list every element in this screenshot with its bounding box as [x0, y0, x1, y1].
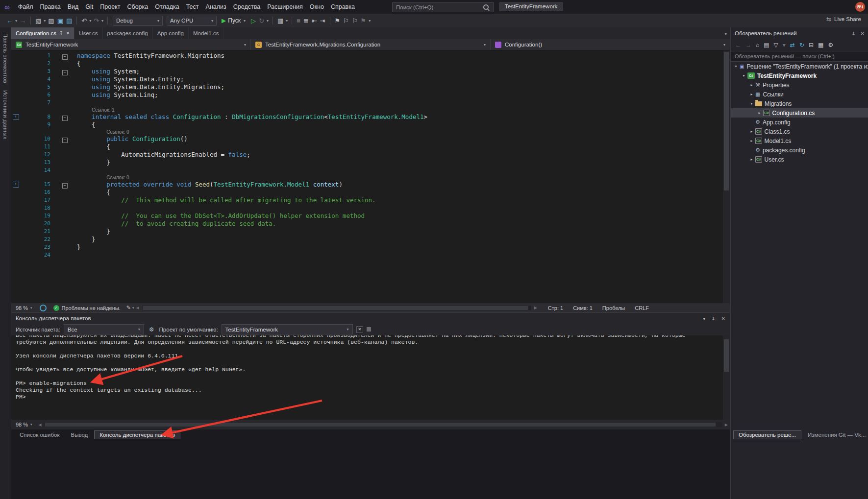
find-in-files-icon[interactable]: ▦ [277, 17, 283, 24]
close-icon[interactable]: ✕ [861, 31, 865, 36]
expand-arrow-icon[interactable]: ▾ [733, 64, 739, 69]
search-input[interactable]: Поиск (Ctrl+Q) [392, 2, 494, 12]
package-source-settings-icon[interactable]: ⚙ [149, 326, 154, 333]
tree-item-10[interactable]: ▸C#User.cs [731, 155, 868, 164]
save-icon[interactable]: ▣ [57, 17, 63, 24]
dropdown-caret-icon[interactable]: ▾ [286, 19, 288, 23]
collapse-all-icon[interactable]: ⊟ [809, 42, 814, 48]
fold-margin[interactable]: − [57, 181, 77, 189]
console-zoom-selector[interactable]: 98 % ▾ [11, 420, 37, 429]
fold-margin[interactable]: − [57, 113, 77, 121]
fold-margin[interactable] [57, 83, 77, 91]
code-line-18[interactable]: 18 [11, 204, 723, 212]
pin-icon[interactable]: ↧ [851, 31, 855, 36]
fold-margin[interactable] [57, 251, 77, 259]
code-line-21[interactable]: 21 } [11, 228, 723, 236]
filter-caret-icon[interactable]: ▾ [783, 42, 786, 48]
scrollbar-thumb[interactable] [143, 306, 528, 310]
column-indicator[interactable]: Симв: 1 [573, 305, 593, 311]
undo-icon[interactable]: ↶ [81, 17, 87, 24]
expand-arrow-icon[interactable]: ▾ [748, 101, 755, 106]
pin-icon[interactable]: ↧ [59, 27, 63, 39]
indent-decrease-icon[interactable]: ⇤ [312, 17, 317, 24]
fold-margin[interactable] [57, 243, 77, 251]
tree-item-6[interactable]: ⚙App.config [731, 118, 868, 127]
member-dropdown[interactable]: Configuration() ▾ [491, 39, 730, 50]
tree-item-7[interactable]: ▸C#Class1.cs [731, 127, 868, 136]
dropdown-caret-icon[interactable]: ▾ [101, 19, 103, 23]
expand-arrow-icon[interactable]: ▸ [756, 111, 763, 115]
expand-arrow-icon[interactable]: ▸ [748, 92, 755, 96]
panel-tab-0[interactable]: Список ошибок [15, 431, 65, 439]
document-tab-4[interactable]: Model1.cs [189, 27, 223, 39]
fold-margin[interactable] [57, 196, 77, 204]
start-without-debugging-icon[interactable]: ▷ [251, 17, 256, 24]
navigate-forward-icon[interactable]: → [20, 17, 26, 24]
default-project-select[interactable]: TestEntityFramework ▾ [222, 324, 353, 334]
fold-collapse-icon[interactable]: − [62, 138, 68, 143]
open-file-icon[interactable]: ▨ [48, 17, 54, 24]
properties-icon[interactable]: ⚙ [828, 42, 833, 48]
code-line-20[interactable]: 20 // to avoid creating duplicate seed d… [11, 220, 723, 228]
tree-item-8[interactable]: ▸C#Model1.cs [731, 136, 868, 145]
codelens-references[interactable]: Ссылок: 0 [77, 129, 129, 135]
tree-item-2[interactable]: ▸⚒Properties [731, 80, 868, 90]
menu-item-5[interactable]: Сборка [124, 0, 151, 14]
menu-item-2[interactable]: Вид [64, 0, 82, 14]
code-line-11[interactable]: 11 { [11, 143, 723, 151]
tree-item-0[interactable]: ▾▣Решение "TestEntityFramework" (1 проек… [731, 62, 868, 71]
code-line-24[interactable]: 24 [11, 251, 723, 259]
filter-icon[interactable]: ▽ [774, 42, 778, 48]
code-editor[interactable]: 1−namespace TestEntityFramework.Migratio… [11, 50, 730, 303]
clear-bookmarks-icon[interactable]: ⚑ [361, 17, 367, 24]
user-avatar[interactable]: ВЧ [855, 2, 865, 12]
platform-select[interactable]: Any CPU▾ [167, 16, 217, 26]
live-share-button[interactable]: ⇆ Live Share [826, 16, 861, 23]
code-line-8[interactable]: ↑8− internal sealed class Configuration … [11, 113, 723, 121]
fold-margin[interactable] [57, 143, 77, 151]
editor-vertical-scrollbar[interactable] [723, 50, 730, 303]
expand-arrow-icon[interactable]: ▸ [748, 83, 755, 87]
menu-item-4[interactable]: Проект [97, 0, 124, 14]
close-tab-icon[interactable]: ✕ [66, 27, 70, 39]
redo-icon[interactable]: ↷ [94, 17, 99, 24]
dropdown-caret-icon[interactable]: ▾ [267, 19, 269, 23]
expand-arrow-icon[interactable]: ▸ [748, 129, 755, 134]
codelens-references[interactable]: Ссылок: 1 [77, 107, 115, 113]
spaces-indicator[interactable]: Пробелы [602, 305, 625, 311]
code-line-14[interactable]: 14 [11, 166, 723, 174]
hot-reload-icon[interactable]: ↻ [259, 17, 264, 24]
panel-tab-2[interactable]: Консоль диспетчера пакетов [94, 430, 180, 439]
tab-list-caret-icon[interactable]: ▾ [724, 31, 727, 36]
scroll-left-icon[interactable]: ◀ [136, 306, 139, 310]
line-indicator[interactable]: Стр: 1 [548, 305, 563, 311]
console-horizontal-scrollbar[interactable] [45, 422, 722, 427]
save-all-icon[interactable]: ▤ [66, 17, 72, 24]
fold-margin[interactable] [57, 204, 77, 212]
fold-margin[interactable]: − [57, 135, 77, 143]
package-source-select[interactable]: Все ▾ [64, 324, 144, 334]
menu-item-0[interactable]: Файл [15, 0, 37, 14]
explorer-tab-0[interactable]: Обозреватель реше... [733, 430, 801, 439]
menu-item-11[interactable]: Окно [306, 0, 327, 14]
menu-item-8[interactable]: Анализ [202, 0, 230, 14]
next-bookmark-icon[interactable]: ⚐ [352, 17, 358, 24]
code-line-17[interactable]: 17 // This method will be called after m… [11, 196, 723, 204]
new-project-icon[interactable]: ▧ [35, 17, 41, 24]
data-sources-tab[interactable]: Источники данных [2, 90, 8, 140]
code-line-3[interactable]: 3− using System; [11, 68, 723, 75]
code-line-10[interactable]: 10− public Configuration() [11, 135, 723, 143]
code-line-9[interactable]: 9 { [11, 121, 723, 129]
scrollbar-thumb[interactable] [724, 339, 729, 372]
start-debugging-button[interactable]: ▶Пуск▾ [222, 17, 247, 24]
code-line-22[interactable]: 22 } [11, 236, 723, 243]
solution-explorer-search-input[interactable]: Обозреватель решений — поиск (Ctrl+;) [731, 51, 868, 62]
fold-collapse-icon[interactable]: − [62, 116, 68, 121]
tree-item-1[interactable]: ▾C#TestEntityFramework [731, 71, 868, 80]
scroll-right-icon[interactable]: ▶ [725, 423, 728, 427]
console-output[interactable]: Все пакеты лицензируются их владельцами.… [11, 335, 723, 420]
tree-item-5[interactable]: ▸C#Configuration.cs [731, 108, 868, 118]
code-line-15[interactable]: ↑15− protected override void Seed(TestEn… [11, 181, 723, 189]
code-line-19[interactable]: 19 // You can use the DbSet<T>.AddOrUpda… [11, 212, 723, 220]
expand-arrow-icon[interactable]: ▸ [748, 157, 755, 162]
